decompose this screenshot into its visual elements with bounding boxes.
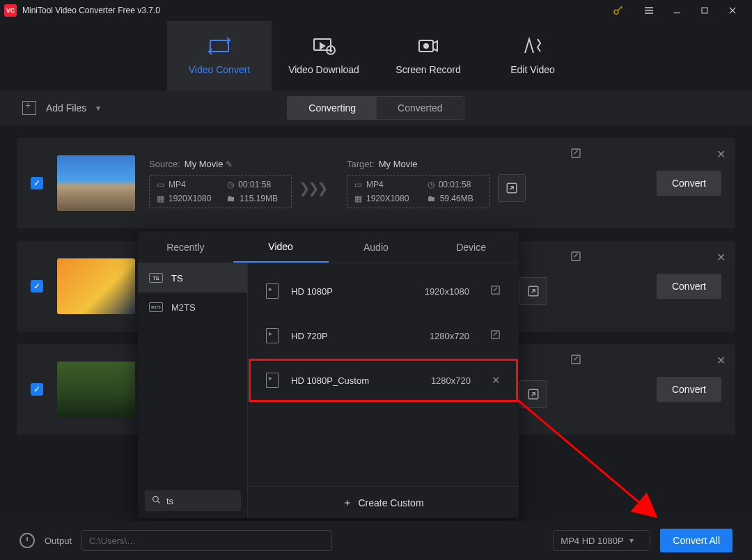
format-icon: M2TS (149, 302, 163, 312)
tab-screen-record[interactable]: Screen Record (376, 21, 480, 91)
file-video-icon (266, 283, 279, 299)
convert-button[interactable]: Convert (657, 377, 721, 402)
create-custom-button[interactable]: ＋ Create Custom (248, 486, 519, 518)
key-icon[interactable] (604, 0, 632, 21)
clock-icon: ◷ (428, 180, 434, 189)
edit-task-icon[interactable] (570, 354, 581, 367)
task-checkbox[interactable]: ✓ (31, 383, 43, 396)
file-video-icon (266, 328, 279, 343)
download-icon (311, 36, 336, 56)
preset-resolution: 1920x1080 (400, 286, 469, 297)
preset-row[interactable]: HD 1080P 1920x1080 (248, 269, 519, 313)
popup-tab-device[interactable]: Device (423, 231, 519, 263)
file-video-icon (266, 373, 279, 388)
app-title: MiniTool Video Converter Free v3.7.0 (22, 6, 604, 15)
remove-task-icon[interactable]: ✕ (716, 251, 726, 264)
tgt-duration: ◷00:01:58 (428, 180, 482, 189)
schedule-icon[interactable] (19, 533, 35, 548)
tab-label: Edit Video (510, 64, 555, 75)
format-item-ts[interactable]: TS TS (138, 263, 247, 293)
popup-tab-video[interactable]: Video (233, 231, 329, 263)
remove-task-icon[interactable]: ✕ (716, 148, 726, 161)
output-format-value: MP4 HD 1080P (561, 536, 623, 546)
search-icon (152, 495, 161, 506)
output-format-select[interactable]: MP4 HD 1080P ▾ (553, 530, 650, 551)
add-files-label: Add Files (46, 102, 86, 114)
task-checkbox[interactable]: ✓ (31, 280, 43, 293)
close-window-button[interactable] (719, 0, 746, 21)
edit-preset-icon[interactable] (490, 329, 501, 342)
resolution-icon: ▦ (157, 194, 164, 203)
convert-icon (207, 36, 232, 56)
add-files-button[interactable]: Add Files ▾ (17, 101, 106, 115)
resolution-icon: ▦ (354, 194, 362, 203)
hamburger-icon[interactable] (635, 0, 663, 21)
task-thumbnail[interactable] (57, 258, 135, 314)
tab-video-download[interactable]: Video Download (272, 21, 376, 91)
task-row: ✓ Source:My Movie ✎ ▭MP4 ◷00:01:58 ▦1920… (17, 138, 735, 228)
popup-tab-recent[interactable]: Recently (138, 231, 233, 263)
preset-resolution: 1280x720 (401, 375, 471, 386)
format-search-input[interactable]: ts (145, 490, 241, 511)
svg-point-16 (153, 497, 159, 502)
source-name: My Movie (185, 159, 224, 169)
status-segmented: Converting Converted (287, 96, 464, 120)
format-sidebar: TS TS M2TS M2TS (138, 263, 248, 518)
preset-row-highlighted[interactable]: HD 1080P_Custom 1280x720 ✕ (248, 358, 519, 403)
src-size: 🖿115.19MB (227, 194, 284, 203)
minimize-button[interactable] (663, 0, 691, 21)
edit-task-icon[interactable] (570, 251, 581, 264)
svg-rect-9 (572, 149, 580, 157)
convert-all-button[interactable]: Convert All (660, 529, 733, 552)
preset-name: HD 1080P (291, 286, 387, 297)
target-settings-button[interactable] (498, 174, 526, 202)
edit-preset-icon[interactable] (490, 285, 501, 297)
convert-button[interactable]: Convert (657, 274, 721, 299)
target-name: My Movie (379, 159, 418, 169)
output-label: Output (45, 536, 72, 546)
src-resolution: ▦1920X1080 (157, 194, 217, 203)
delete-preset-icon[interactable]: ✕ (492, 374, 501, 387)
popup-tab-audio[interactable]: Audio (329, 231, 424, 263)
task-thumbnail[interactable] (57, 155, 135, 211)
chevron-down-icon: ▾ (629, 536, 634, 545)
target-settings-button[interactable] (519, 277, 547, 305)
seg-converting[interactable]: Converting (288, 97, 377, 119)
tgt-size: 🖿59.46MB (428, 194, 482, 203)
target-settings-button[interactable] (519, 380, 547, 408)
tab-label: Screen Record (395, 64, 460, 75)
output-path-input[interactable]: C:\Users\… (81, 530, 332, 551)
target-label: Target: (347, 159, 375, 169)
seg-converted[interactable]: Converted (377, 97, 464, 119)
main-nav: Video Convert Video Download Screen Reco… (0, 21, 752, 91)
task-thumbnail[interactable] (57, 361, 135, 417)
preset-name: HD 720P (291, 331, 387, 341)
tab-video-convert[interactable]: Video Convert (167, 21, 272, 91)
search-value: ts (166, 496, 173, 506)
file-icon: ▭ (354, 180, 362, 189)
format-icon: TS (149, 273, 163, 283)
plus-icon: ＋ (343, 497, 352, 509)
tab-label: Video Download (288, 64, 359, 75)
folder-icon: 🖿 (428, 194, 436, 203)
format-item-m2ts[interactable]: M2TS M2TS (138, 293, 247, 322)
toolbar: Add Files ▾ Converting Converted (0, 91, 752, 125)
bottom-bar: Output C:\Users\… MP4 HD 1080P ▾ Convert… (0, 521, 752, 560)
svg-point-0 (614, 10, 618, 14)
target-info: Target:My Movie ▭MP4 ◷00:01:58 ▦1920X108… (347, 159, 489, 208)
file-icon: ▭ (157, 180, 164, 189)
edit-video-icon (520, 36, 545, 56)
tab-label: Video Convert (189, 64, 250, 75)
tab-edit-video[interactable]: Edit Video (480, 21, 585, 91)
convert-button[interactable]: Convert (657, 171, 721, 196)
title-bar: VC MiniTool Video Converter Free v3.7.0 (0, 0, 752, 21)
svg-marker-4 (320, 43, 324, 49)
task-checkbox[interactable]: ✓ (31, 177, 43, 189)
edit-task-icon[interactable] (570, 148, 581, 161)
preset-row[interactable]: HD 720P 1280x720 (248, 313, 519, 358)
maximize-button[interactable] (691, 0, 719, 21)
pencil-icon[interactable]: ✎ (226, 160, 233, 169)
format-label: M2TS (171, 302, 196, 313)
create-custom-label: Create Custom (358, 497, 423, 508)
remove-task-icon[interactable]: ✕ (716, 354, 726, 367)
